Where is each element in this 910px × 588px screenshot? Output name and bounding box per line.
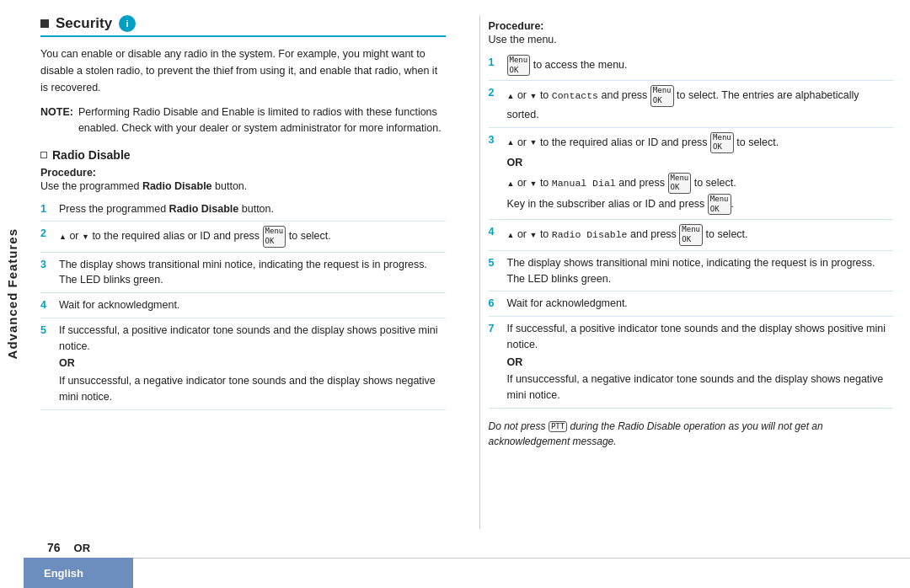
right-step-2: 2 or to Contacts and press MenuOK to sel… bbox=[489, 81, 894, 127]
ok-btn-r3b: MenuOK bbox=[668, 173, 692, 194]
right-step-3: 3 or to the required alias or ID and pre… bbox=[489, 128, 894, 221]
ok-btn-r1: MenuOK bbox=[507, 55, 531, 76]
subsection-title: Radio Disable bbox=[52, 148, 131, 162]
ok-btn-r2: MenuOK bbox=[650, 85, 674, 106]
right-column: Procedure: Use the menu. 1 MenuOK to acc… bbox=[479, 15, 894, 529]
page-container: Advanced Features Security i You can ena… bbox=[0, 0, 910, 588]
arrow-up-icon-r3b bbox=[507, 177, 515, 189]
right-step-6: 6 Wait for acknowledgment. bbox=[489, 291, 894, 317]
contacts-mono: Contacts bbox=[552, 90, 598, 101]
ok-btn-r4: MenuOK bbox=[679, 224, 703, 245]
note-label: NOTE: bbox=[40, 104, 73, 136]
right-step-1: 1 MenuOK to access the menu. bbox=[489, 51, 894, 81]
or-label-r3: OR bbox=[507, 155, 894, 171]
footer-rest bbox=[133, 558, 910, 588]
right-step-7: 7 If successful, a positive indicator to… bbox=[489, 317, 894, 409]
arrow-dn-icon-r3b bbox=[529, 177, 537, 189]
subsection-square-icon bbox=[40, 152, 47, 158]
intro-text: You can enable or disable any radio in t… bbox=[40, 45, 446, 96]
right-procedure-desc: Use the menu. bbox=[489, 34, 894, 45]
language-label: English bbox=[44, 567, 83, 580]
page-number: 76 bbox=[47, 541, 61, 554]
footer: English bbox=[24, 558, 910, 588]
right-procedure-label: Procedure: bbox=[489, 20, 894, 32]
radio-disable-bold-1: Radio Disable bbox=[142, 180, 212, 192]
left-column: Security i You can enable or disable any… bbox=[40, 15, 454, 529]
right-step-4: 4 or to Radio Disable and press MenuOK t… bbox=[489, 220, 894, 250]
arrow-dn-icon-r4 bbox=[529, 228, 537, 240]
main-content: Security i You can enable or disable any… bbox=[24, 0, 910, 588]
note-text: Performing Radio Disable and Enable is l… bbox=[78, 104, 446, 136]
manual-dial-mono: Manual Dial bbox=[552, 178, 616, 189]
arrow-up-icon-l2 bbox=[59, 230, 67, 242]
left-procedure-label: Procedure: bbox=[40, 167, 446, 179]
sidebar-label: Advanced Features bbox=[5, 228, 19, 359]
left-step-1: 1 Press the programmed Radio Disable but… bbox=[40, 197, 446, 222]
section-title: Security bbox=[56, 15, 112, 32]
right-footnote: Do not press PTT during the Radio Disabl… bbox=[489, 419, 894, 449]
info-icon: i bbox=[119, 15, 136, 32]
ok-btn-l2: MenuOK bbox=[263, 226, 286, 247]
radio-disable-mono: Radio Disable bbox=[552, 229, 628, 240]
ok-btn-r3c: MenuOK bbox=[708, 194, 731, 215]
section-square-icon bbox=[40, 19, 49, 28]
or-label-r7: OR bbox=[507, 355, 894, 371]
left-step-2: 2 or to the required alias or ID and pre… bbox=[40, 222, 446, 252]
sidebar: Advanced Features bbox=[0, 0, 24, 588]
arrow-up-icon-r3 bbox=[507, 136, 515, 147]
radio-disable-bold-2: Radio Disable bbox=[169, 203, 239, 215]
left-step-3: 3 The display shows transitional mini no… bbox=[40, 253, 446, 294]
arrow-up-icon-r4 bbox=[507, 228, 515, 240]
left-procedure-desc: Use the programmed Radio Disable button. bbox=[40, 180, 446, 192]
arrow-up-icon-r2 bbox=[507, 89, 515, 101]
or-bottom-label: OR bbox=[74, 542, 91, 554]
bottom-bar: 76 OR bbox=[24, 537, 910, 558]
ok-btn-r3a: MenuOK bbox=[710, 132, 734, 153]
columns: Security i You can enable or disable any… bbox=[24, 0, 910, 537]
subsection-header: Radio Disable bbox=[40, 148, 446, 162]
ptt-btn-footnote: PTT bbox=[549, 421, 567, 433]
note-block: NOTE: Performing Radio Disable and Enabl… bbox=[40, 104, 446, 136]
left-step-5: 5 If successful, a positive indicator to… bbox=[40, 318, 446, 410]
language-tab: English bbox=[24, 558, 133, 588]
right-step-5: 5 The display shows transitional mini no… bbox=[489, 251, 894, 292]
left-step-4: 4 Wait for acknowledgment. bbox=[40, 293, 446, 318]
or-label-l5: OR bbox=[59, 355, 446, 372]
arrow-dn-icon-r2 bbox=[529, 89, 537, 101]
arrow-dn-icon-r3 bbox=[529, 136, 537, 147]
section-header: Security i bbox=[40, 15, 446, 37]
arrow-dn-icon-l2 bbox=[82, 230, 89, 242]
